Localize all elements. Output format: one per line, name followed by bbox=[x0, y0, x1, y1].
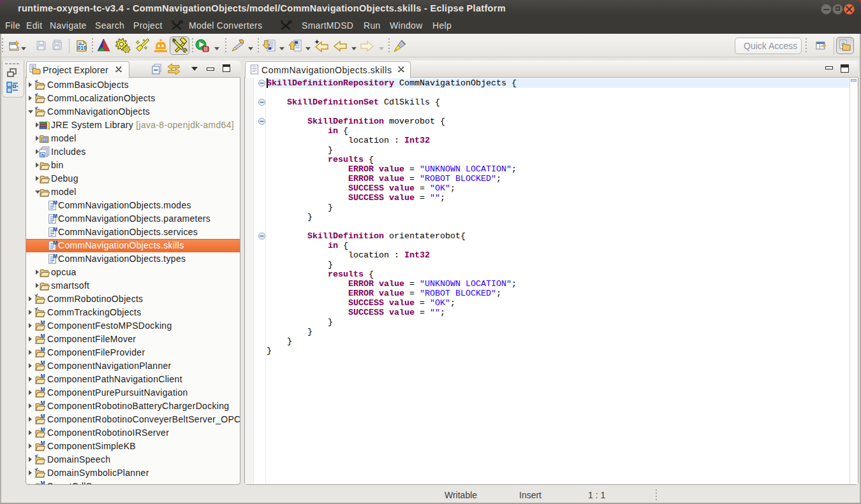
svg-text:M: M bbox=[53, 227, 57, 233]
svg-text:M: M bbox=[41, 401, 45, 406]
svg-text:M: M bbox=[53, 240, 57, 246]
svg-text:M: M bbox=[41, 387, 45, 392]
svg-text:M: M bbox=[41, 320, 45, 326]
svg-text:M: M bbox=[41, 347, 45, 352]
svg-text:M: M bbox=[41, 428, 45, 433]
svg-text:M: M bbox=[53, 213, 57, 219]
svg-text:010: 010 bbox=[78, 45, 87, 51]
svg-text:M: M bbox=[41, 374, 45, 379]
svg-text:M: M bbox=[41, 414, 45, 419]
svg-text:M: M bbox=[41, 361, 45, 366]
svg-text:M: M bbox=[53, 200, 57, 206]
svg-text:M: M bbox=[41, 441, 45, 446]
svg-text:M: M bbox=[41, 481, 45, 485]
svg-text:M: M bbox=[53, 254, 57, 259]
svg-text:M: M bbox=[41, 334, 45, 339]
svg-text:h: h bbox=[41, 152, 45, 157]
